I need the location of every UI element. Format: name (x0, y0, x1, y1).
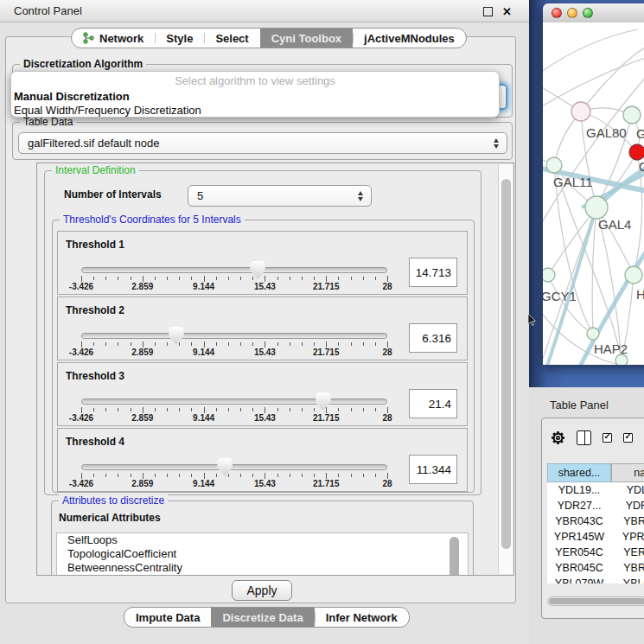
number-of-intervals-combobox[interactable]: 5 (188, 185, 372, 207)
columns-icon[interactable] (577, 430, 591, 445)
network-node[interactable] (629, 144, 644, 160)
column-header-shared-[interactable]: shared... (547, 463, 611, 482)
list-item[interactable]: SelfLoops (57, 533, 468, 547)
gear-icon[interactable] (551, 430, 565, 445)
slider-tick (204, 407, 205, 413)
table-header-row: shared...name (547, 463, 644, 482)
tab-impute-data[interactable]: Impute Data (124, 608, 211, 627)
network-node[interactable] (623, 106, 641, 124)
checkbox-icon[interactable] (623, 433, 633, 443)
apply-button[interactable]: Apply (232, 580, 292, 601)
slider-tick (314, 342, 315, 346)
threshold-value-field[interactable]: 21.4 (409, 389, 457, 418)
slider-tick (105, 474, 106, 477)
slider-track[interactable] (81, 333, 387, 339)
table-cell[interactable]: YBL079W (547, 576, 611, 583)
slider-handle[interactable] (169, 327, 184, 345)
network-edge (543, 57, 644, 109)
minimize-traffic-light-icon[interactable] (567, 8, 577, 18)
slider-handle[interactable] (217, 458, 233, 476)
network-node-gal11[interactable] (546, 157, 562, 173)
network-node-gal80[interactable] (571, 102, 590, 121)
tab-label: Style (166, 32, 193, 45)
column-header-name[interactable]: name (611, 463, 644, 482)
tab-cyni-toolbox[interactable]: Cyni Toolbox (260, 29, 353, 48)
table-cell[interactable]: YBL079W (611, 576, 644, 583)
threshold-box: Threshold 4-3.4262.8599.14415.4321.71528… (57, 428, 468, 492)
table-cell[interactable]: YDR27... (547, 498, 611, 513)
tab-style[interactable]: Style (155, 29, 204, 48)
table-cell[interactable]: YDR27... (611, 498, 644, 513)
slider-tick (252, 342, 253, 346)
node-label: C (639, 159, 644, 174)
slider-tick (155, 342, 156, 346)
table-cell[interactable]: YPR145W (547, 529, 611, 545)
node-table: shared...name YDL19...YDL19...YDR27...YD… (547, 463, 644, 583)
tab-discretize-data[interactable]: Discretize Data (211, 608, 314, 627)
network-node-hap2[interactable] (587, 328, 599, 340)
slider-tick (338, 408, 339, 411)
network-window-titlebar[interactable] (543, 3, 644, 23)
dropdown-option-equal-width-frequency-discretization[interactable]: Equal Width/Frequency Discretization (11, 103, 499, 117)
threshold-value-field[interactable]: 11.344 (409, 455, 457, 484)
slider-handle[interactable] (316, 392, 331, 411)
network-node-gcy1[interactable] (543, 268, 555, 282)
list-item[interactable]: TopologicalCoefficient (57, 547, 468, 561)
tab-select[interactable]: Select (204, 29, 259, 48)
table-cell[interactable]: YER054C (611, 545, 644, 560)
slider-tick (228, 342, 229, 346)
table-row[interactable]: YBL079WYBL079W (547, 576, 644, 583)
horizontal-scrollbar[interactable] (547, 596, 644, 606)
table-row[interactable]: YBR043CYBR043C (547, 513, 644, 529)
close-traffic-light-icon[interactable] (552, 8, 562, 18)
table-row[interactable]: YPR145WYPR145W (547, 529, 644, 545)
table-row[interactable]: YER054CYER054C (547, 545, 644, 560)
threshold-box: Threshold 2-3.4262.8599.14415.4321.71528… (57, 296, 468, 360)
slider-tick (302, 342, 303, 346)
network-edge (581, 47, 644, 112)
node-label: GAL4 (598, 217, 631, 232)
list-scrollbar-thumb[interactable] (450, 537, 459, 576)
table-cell[interactable]: YBR043C (611, 513, 644, 529)
threshold-value-field[interactable]: 14.713 (409, 258, 457, 287)
slider-track[interactable] (81, 267, 387, 273)
network-node-gal4[interactable] (585, 196, 608, 219)
float-icon[interactable] (483, 7, 493, 16)
checkbox-icon[interactable] (603, 433, 612, 443)
slider-track[interactable] (81, 464, 387, 470)
table-row[interactable]: YDR27...YDR27... (547, 498, 644, 513)
number-of-intervals-label: Number of Intervals (64, 188, 162, 201)
dropdown-option-manual-discretization[interactable]: Manual Discretization (11, 89, 499, 103)
table-cell[interactable]: YDL19... (547, 482, 611, 498)
horizontal-scrollbar-thumb[interactable] (549, 598, 644, 604)
tab-infer-network[interactable]: Infer Network (315, 608, 409, 627)
table-cell[interactable]: YBR045C (547, 560, 611, 576)
close-icon[interactable]: ✕ (502, 6, 512, 17)
network-canvas[interactable]: GAL80GACGAL11GAL4GCY1HAHAP2 (543, 22, 644, 365)
table-row[interactable]: YDL19...YDL19... (547, 482, 644, 498)
table-cell[interactable]: YPR145W (611, 529, 644, 545)
table-cell[interactable]: YER054C (547, 545, 611, 560)
tab-jactivemnodules[interactable]: jActiveMNodules (353, 29, 466, 48)
table-row[interactable]: YBR045CYBR045C (547, 560, 644, 576)
network-node[interactable] (625, 266, 642, 284)
slider-tick (252, 474, 253, 477)
slider-tick (204, 341, 205, 348)
slider-tick (228, 408, 229, 411)
list-item[interactable]: BetweennessCentrality (57, 561, 468, 575)
table-data-combobox[interactable]: galFiltered.sif default node (18, 132, 507, 154)
slider-track[interactable] (81, 399, 387, 405)
slider-tick (338, 277, 339, 280)
table-cell[interactable]: YBR043C (547, 513, 611, 529)
tab-network[interactable]: Network (72, 29, 155, 48)
slider-tick (277, 474, 278, 477)
vertical-scrollbar[interactable] (498, 164, 513, 574)
threshold-value-field[interactable]: 6.316 (409, 323, 457, 353)
table-cell[interactable]: YBR045C (611, 560, 644, 576)
table-cell[interactable]: YDL19... (611, 482, 644, 498)
slider-scale-label: 2.859 (131, 348, 153, 357)
vertical-scrollbar-thumb[interactable] (501, 179, 511, 549)
zoom-traffic-light-icon[interactable] (583, 8, 593, 18)
slider-tick (387, 276, 388, 282)
slider-tick (252, 408, 253, 411)
